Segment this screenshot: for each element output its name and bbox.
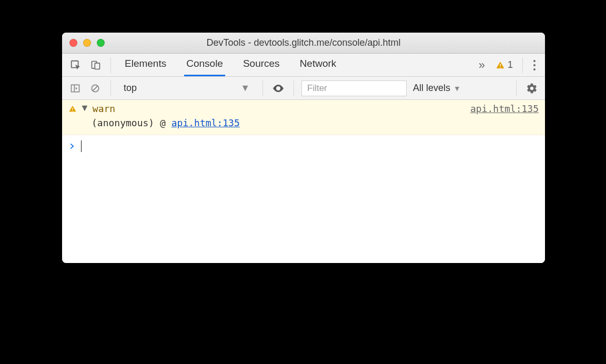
prompt-chevron-icon: [68, 143, 76, 150]
titlebar: DevTools - devtools.glitch.me/console/ap…: [62, 33, 545, 54]
chevron-down-icon: ▼: [453, 84, 461, 93]
svg-rect-5: [72, 85, 79, 92]
tabbar: Elements Console Sources Network » 1: [62, 54, 545, 77]
warning-message: warn: [93, 103, 115, 114]
tab-elements[interactable]: Elements: [123, 54, 168, 76]
divider: [110, 80, 111, 96]
divider: [262, 80, 263, 96]
stack-frame: (anonymous) @ api.html:135: [68, 117, 539, 128]
tabs: Elements Console Sources Network: [123, 54, 338, 76]
warning-source-link[interactable]: api.html:135: [470, 103, 539, 114]
svg-rect-2: [95, 63, 99, 69]
console-output: ▼ warn api.html:135 (anonymous) @ api.ht…: [62, 100, 545, 263]
divider: [294, 80, 294, 96]
divider: [516, 80, 517, 96]
window-title: DevTools - devtools.glitch.me/console/ap…: [62, 37, 545, 48]
log-levels-selector[interactable]: All levels ▼: [413, 83, 461, 94]
divider: [110, 57, 111, 73]
warnings-badge[interactable]: 1: [496, 59, 513, 70]
context-value: top: [124, 83, 137, 94]
log-levels-label: All levels: [413, 83, 450, 94]
close-icon[interactable]: [69, 39, 77, 47]
devtools-window: DevTools - devtools.glitch.me/console/ap…: [62, 33, 545, 263]
clear-console-icon[interactable]: [87, 80, 103, 96]
svg-rect-4: [500, 67, 501, 68]
tab-sources[interactable]: Sources: [241, 54, 282, 76]
disclosure-triangle-icon[interactable]: ▼: [80, 103, 89, 114]
console-prompt[interactable]: [62, 135, 545, 158]
minimize-icon[interactable]: [83, 39, 91, 47]
device-toolbar-icon[interactable]: [87, 57, 104, 74]
warnings-count: 1: [508, 59, 513, 70]
window-traffic-lights: [69, 39, 105, 47]
zoom-icon[interactable]: [97, 39, 105, 47]
svg-rect-10: [72, 108, 73, 109]
toggle-sidebar-icon[interactable]: [67, 80, 83, 96]
stack-frame-text: (anonymous) @: [92, 117, 171, 128]
stack-frame-link[interactable]: api.html:135: [171, 117, 240, 128]
console-warning[interactable]: ▼ warn api.html:135 (anonymous) @ api.ht…: [62, 100, 545, 135]
svg-line-8: [93, 86, 97, 90]
menu-icon[interactable]: [529, 60, 540, 70]
divider: [522, 57, 523, 73]
tab-network[interactable]: Network: [298, 54, 339, 76]
svg-point-9: [277, 87, 279, 89]
settings-icon[interactable]: [524, 80, 540, 96]
tab-console[interactable]: Console: [184, 54, 225, 76]
svg-rect-3: [500, 64, 501, 66]
warning-icon: [68, 105, 77, 113]
context-selector[interactable]: top ▼: [118, 80, 255, 96]
more-tabs-icon[interactable]: »: [479, 58, 485, 72]
filter-input[interactable]: [301, 80, 407, 96]
svg-rect-11: [72, 110, 73, 110]
text-cursor: [81, 140, 82, 152]
chevron-down-icon: ▼: [240, 83, 250, 94]
live-expression-icon[interactable]: [270, 80, 286, 96]
inspect-element-icon[interactable]: [67, 57, 84, 74]
console-toolbar: top ▼ All levels ▼: [62, 77, 545, 100]
